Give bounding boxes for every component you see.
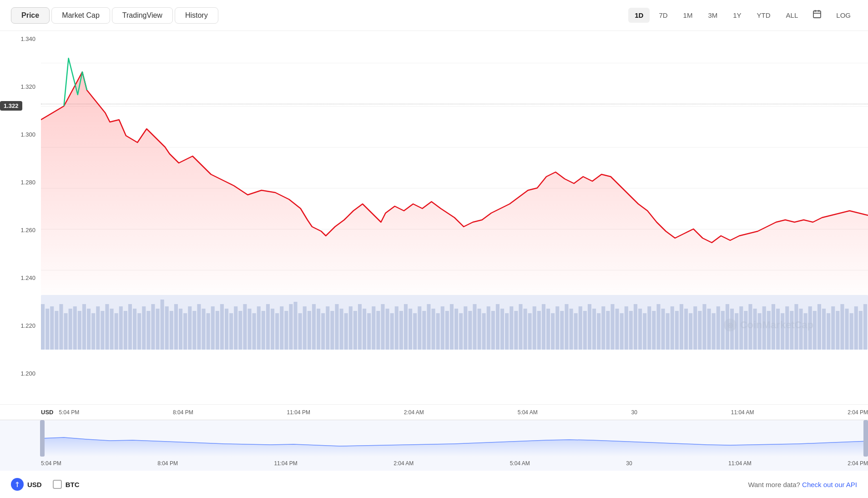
watermark-logo: ◎ — [724, 319, 737, 331]
svg-rect-86 — [413, 313, 417, 350]
svg-rect-22 — [119, 306, 123, 350]
svg-rect-117 — [555, 306, 559, 350]
time-btn-1m[interactable]: 1M — [677, 8, 699, 23]
time-btn-1y[interactable]: 1Y — [727, 8, 747, 23]
api-link[interactable]: Check out our API — [802, 481, 857, 488]
svg-rect-74 — [358, 304, 362, 350]
tab-market-cap[interactable]: Market Cap — [51, 7, 110, 24]
svg-rect-43 — [216, 311, 219, 350]
svg-rect-37 — [188, 306, 192, 350]
svg-rect-81 — [390, 313, 394, 350]
y-label-6: 1.220 — [5, 322, 35, 329]
svg-rect-152 — [717, 306, 720, 350]
chart-area[interactable]: ◎ CoinMarketCap — [41, 31, 868, 404]
svg-rect-140 — [661, 309, 665, 350]
svg-rect-101 — [482, 313, 486, 350]
usd-label: USD — [41, 409, 53, 416]
svg-rect-95 — [454, 309, 458, 350]
tab-history[interactable]: History — [175, 7, 218, 24]
svg-rect-10 — [64, 313, 68, 350]
y-label-2: 1.300 — [5, 131, 35, 138]
legend-item-btc[interactable]: BTC — [53, 480, 80, 489]
svg-rect-115 — [546, 309, 550, 350]
svg-rect-77 — [372, 306, 375, 350]
svg-rect-50 — [248, 309, 252, 350]
svg-rect-99 — [473, 304, 476, 350]
svg-rect-30 — [156, 309, 160, 350]
right-controls: 1D7D1M3M1YYTDALL LOG — [628, 6, 857, 25]
svg-rect-38 — [192, 311, 196, 350]
btc-currency-label: BTC — [66, 481, 80, 488]
calendar-button[interactable] — [807, 6, 827, 25]
svg-rect-112 — [533, 306, 536, 350]
svg-rect-0 — [813, 11, 821, 18]
log-button[interactable]: LOG — [830, 8, 857, 23]
svg-rect-93 — [445, 311, 449, 350]
svg-rect-14 — [82, 304, 86, 350]
svg-rect-119 — [565, 304, 568, 350]
mini-x-label-5: 30 — [626, 460, 632, 467]
tab-price[interactable]: Price — [11, 7, 50, 24]
range-handle-right[interactable] — [863, 420, 868, 457]
svg-rect-60 — [294, 302, 298, 350]
svg-rect-64 — [312, 304, 316, 350]
y-label-0: 1.340 — [5, 36, 35, 42]
svg-rect-134 — [634, 304, 637, 350]
legend-item-usd[interactable]: USD — [11, 478, 42, 491]
svg-rect-148 — [698, 311, 701, 350]
svg-rect-91 — [436, 313, 440, 350]
usd-currency-label: USD — [27, 481, 42, 488]
svg-rect-104 — [496, 304, 500, 350]
svg-rect-70 — [340, 309, 343, 350]
mini-x-label-3: 2:04 AM — [394, 460, 414, 467]
svg-rect-75 — [363, 309, 366, 350]
x-label-5: 30 — [631, 409, 637, 416]
svg-rect-108 — [514, 311, 518, 350]
svg-rect-120 — [570, 309, 573, 350]
x-label-2: 11:04 PM — [287, 409, 310, 416]
svg-rect-88 — [422, 311, 426, 350]
y-label-4: 1.260 — [5, 227, 35, 234]
svg-rect-19 — [105, 304, 109, 350]
mini-chart-container[interactable] — [0, 420, 868, 456]
svg-rect-7 — [50, 306, 54, 350]
time-btn-1d[interactable]: 1D — [628, 8, 650, 23]
svg-rect-6 — [45, 309, 49, 350]
tab-trading-view[interactable]: TradingView — [112, 7, 173, 24]
svg-rect-176 — [827, 313, 830, 350]
svg-rect-49 — [243, 304, 247, 350]
time-btn-3m[interactable]: 3M — [701, 8, 724, 23]
svg-rect-78 — [376, 311, 380, 350]
svg-rect-128 — [606, 311, 610, 350]
svg-rect-69 — [335, 304, 338, 350]
svg-rect-13 — [78, 311, 81, 350]
svg-rect-143 — [675, 311, 679, 350]
svg-rect-138 — [652, 311, 656, 350]
svg-rect-87 — [418, 306, 421, 350]
mini-x-label-6: 11:04 AM — [728, 460, 752, 467]
time-btn-7d[interactable]: 7D — [652, 8, 674, 23]
svg-rect-126 — [597, 313, 601, 350]
svg-rect-26 — [137, 313, 141, 350]
svg-rect-114 — [542, 304, 545, 350]
svg-rect-105 — [500, 309, 504, 350]
svg-rect-181 — [850, 313, 853, 350]
svg-rect-12 — [73, 306, 77, 350]
svg-rect-107 — [510, 306, 513, 350]
svg-rect-46 — [229, 313, 233, 350]
svg-rect-102 — [487, 306, 490, 350]
time-btn-all[interactable]: ALL — [780, 8, 805, 23]
svg-rect-180 — [845, 309, 849, 350]
mini-chart-svg — [41, 420, 868, 457]
price-chart-svg — [41, 31, 868, 304]
tabs: PriceMarket CapTradingViewHistory — [11, 7, 218, 24]
svg-rect-28 — [146, 311, 150, 350]
svg-rect-109 — [519, 304, 522, 350]
btc-checkbox[interactable] — [53, 480, 62, 489]
range-handle-left[interactable] — [40, 420, 45, 457]
svg-rect-76 — [367, 313, 371, 350]
svg-rect-136 — [643, 313, 646, 350]
api-text: Want more data? — [748, 481, 800, 488]
svg-rect-9 — [59, 304, 63, 350]
time-btn-ytd[interactable]: YTD — [751, 8, 777, 23]
